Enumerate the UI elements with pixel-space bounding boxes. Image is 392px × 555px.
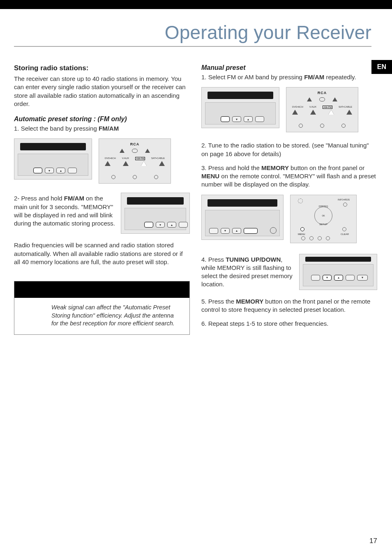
page-number: 17: [369, 537, 377, 545]
manual-preset-heading: Manual preset: [201, 64, 377, 71]
manual-step-2: 2. Tune to the radio station to be store…: [201, 141, 377, 158]
lbl-amfm-highlight: AM•FM: [323, 106, 332, 109]
info-button-icon: [343, 203, 347, 207]
remote-top-row: [307, 97, 337, 101]
auto-step-1-text: 1. Select the band by pressing: [14, 125, 99, 132]
tuning-updown-label: TUNING UP/DOWN: [226, 256, 281, 263]
panel-button: [311, 275, 320, 281]
digit-icon: [326, 236, 330, 240]
remote-top-row: [120, 149, 150, 153]
manual-step-6: 6. Repeat steps 1-5 to store other frequ…: [201, 320, 377, 328]
panel-button: ▴: [232, 228, 241, 234]
menu-text: MENU: [298, 233, 305, 235]
manual-step-1: 1. Select FM or AM band by pressing FM/A…: [201, 73, 377, 81]
clear-label: CLEAR: [341, 233, 349, 235]
front-panel-figure-4: ▾ ▴: [201, 195, 284, 240]
storing-intro: The receiver can store up to 40 radio st…: [14, 75, 190, 108]
tip-box: Weak signal can affect the "Automatic Pr…: [14, 281, 190, 335]
onoff-icon: [132, 149, 138, 153]
tri-icon: [123, 161, 129, 166]
panel-button: ▴: [167, 222, 176, 228]
fmam-label: FM/AM: [64, 195, 84, 202]
source-triangles: [105, 161, 165, 166]
top-black-bar: [0, 0, 392, 9]
panel-button: ▴: [244, 116, 253, 122]
memory-label: MEMORY: [236, 298, 263, 305]
language-tag: EN: [371, 60, 392, 74]
digit-icon: [301, 236, 305, 240]
tuning-down-highlight: ▾: [323, 275, 332, 281]
manual-step-4: 4. Press TUNING UP/DOWN, while MEMORY is…: [201, 256, 293, 290]
front-panel-figure-2: ▾ ▴: [121, 193, 190, 234]
display-screen: [208, 199, 277, 207]
auto-step-2: 2- Press and hold FM/AM on the main unit…: [14, 194, 115, 234]
auto-step-2-pre: 2- Press and hold: [14, 195, 64, 202]
fmam-button-highlight: [33, 168, 42, 173]
step3-pre: 3. Press and hold the: [201, 164, 261, 171]
dot-icon: [154, 175, 158, 179]
step5-pre: 5. Press the: [201, 298, 236, 305]
lbl-dvd6ch: DVD•6CH: [292, 106, 303, 109]
menu-label: MENU: [201, 173, 219, 180]
setup-label: SETUP: [319, 223, 327, 226]
onoff-icon: [319, 97, 325, 101]
manual-step-5: 5. Press the MEMORY button on the front …: [201, 297, 377, 314]
panel-button: ▾: [232, 116, 241, 122]
step2-split: 2- Press and hold FM/AM on the main unit…: [14, 193, 190, 234]
two-column-layout: Storing radio stations: The receiver can…: [14, 64, 377, 335]
figure-row-3: ▾ ▴ INFO•RDS OK DSP/EQ SETUP: [201, 195, 377, 243]
panel-button: ▾: [45, 168, 54, 173]
panel-button: [346, 275, 355, 281]
ok-label: OK: [322, 214, 325, 217]
panel-button: [68, 168, 77, 173]
figure-row-1: ▾ ▴ RCA DVD•6CH V.AUX AM•FM: [14, 138, 190, 184]
fmam-label: FM/AM: [99, 125, 119, 132]
panel-button: [255, 116, 264, 122]
dot-icon: [111, 175, 115, 179]
manual-step-3: 3. Press and hold the MEMORY button on t…: [201, 164, 377, 189]
tri-icon: [346, 110, 352, 115]
front-panel-figure-3: ▾ ▴: [201, 87, 279, 128]
figure-row-2: ▾ ▴ RCA DVD•6CH V.AUX AM•FM: [201, 87, 377, 132]
button-row: ▾ ▴: [33, 168, 77, 173]
info-rds-label: INFO•RDS: [338, 198, 350, 201]
manual-page: Operating your Receiver EN Storing radio…: [0, 0, 392, 555]
fmam-button-highlight: [221, 116, 230, 122]
remote-figure-1: RCA DVD•6CH V.AUX AM•FM SAT•CABLE: [99, 138, 171, 184]
tri-icon: [159, 161, 165, 166]
fmam-label: FM/AM: [304, 74, 324, 81]
button-row: ▾ ▴ ▾: [311, 275, 368, 281]
dial-icon: [298, 198, 303, 203]
step3-mid: button on the front panel or: [289, 164, 364, 171]
fmam-button-highlight: [144, 222, 153, 228]
remote-figure-3: INFO•RDS OK DSP/EQ SETUP MENU CLEAR: [290, 195, 357, 243]
digit-icon: [309, 236, 314, 240]
front-panel-figure-1: ▾ ▴: [14, 138, 92, 180]
storing-heading: Storing radio stations:: [14, 64, 190, 72]
tri-icon-highlight: [141, 161, 147, 166]
right-column: Manual preset 1. Select FM or AM band by…: [201, 64, 377, 335]
lbl-amfm-highlight: AM•FM: [135, 157, 145, 160]
title-area: Operating your Receiver: [14, 21, 377, 47]
display-screen: [127, 197, 184, 205]
panel-button: ▾: [156, 222, 165, 228]
bottom-dots: [299, 124, 346, 128]
remote-figure-2: RCA DVD•6CH V.AUX AM•FM SAT•CABLE: [286, 87, 358, 132]
tri-icon: [105, 161, 111, 166]
bottom-dots: [111, 175, 158, 179]
left-column: Storing radio stations: The receiver can…: [14, 64, 190, 335]
lbl-vaux: V.AUX: [122, 157, 129, 160]
page-title: Operating your Receiver: [14, 21, 371, 44]
play-icon: [120, 149, 125, 153]
dspeq-label: DSP/EQ: [319, 205, 328, 207]
lbl-vaux: V.AUX: [309, 106, 316, 109]
source-triangles: [292, 110, 352, 115]
dot-icon: [320, 124, 324, 128]
digit-row: [301, 236, 330, 240]
display-screen: [208, 92, 273, 99]
step4-split: 4. Press TUNING UP/DOWN, while MEMORY is…: [201, 254, 377, 290]
tri-icon-highlight: [328, 110, 334, 115]
tip-header-bar: [14, 281, 189, 298]
button-row: ▾ ▴: [209, 228, 258, 234]
dot-icon: [299, 124, 303, 128]
